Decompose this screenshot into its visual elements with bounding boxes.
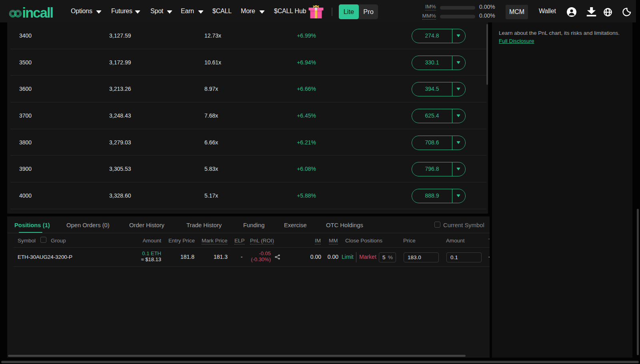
svg-text:incall: incall (22, 5, 53, 19)
